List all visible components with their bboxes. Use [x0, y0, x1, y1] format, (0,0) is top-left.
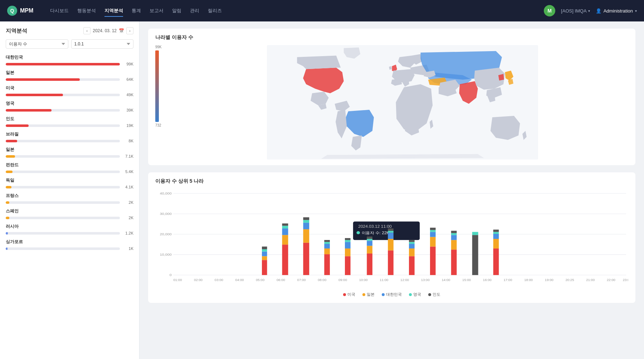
- country-name: 인도: [6, 116, 133, 122]
- bar-track: [6, 186, 120, 188]
- bar-track: [6, 109, 120, 112]
- nav-item-릴리즈[interactable]: 릴리즈: [208, 6, 222, 15]
- svg-text:13:00: 13:00: [421, 279, 430, 282]
- date-next-button[interactable]: ›: [126, 27, 133, 34]
- metric-filter[interactable]: 이용자 수: [6, 39, 68, 49]
- bar-fill: [6, 140, 17, 142]
- org-name: [AOS] IMQA: [561, 8, 587, 14]
- svg-rect-31: [345, 256, 351, 275]
- bar-track: [6, 140, 120, 142]
- world-map-svg: [166, 45, 639, 159]
- bar-value: 49K: [122, 93, 133, 97]
- svg-rect-46: [388, 239, 394, 250]
- nav-item-알림[interactable]: 알림: [172, 6, 181, 15]
- svg-rect-15: [262, 247, 267, 250]
- legend-label: 일본: [367, 292, 375, 297]
- bar-value: 7.1K: [122, 154, 133, 158]
- svg-rect-12: [262, 256, 267, 260]
- svg-text:12:00: 12:00: [400, 279, 409, 282]
- svg-text:10,000: 10,000: [160, 253, 172, 256]
- svg-rect-70: [493, 232, 499, 234]
- svg-rect-21: [303, 243, 309, 275]
- svg-rect-23: [303, 223, 309, 229]
- country-name: 스페인: [6, 208, 133, 214]
- bar-fill: [6, 78, 80, 81]
- sidebar-header: 지역분석 ‹ 2024. 03. 12 📅 ›: [6, 27, 133, 34]
- user-selector[interactable]: 👤 Administration ▾: [596, 8, 637, 14]
- org-selector[interactable]: [AOS] IMQA ▾: [561, 8, 590, 14]
- bar-fill: [6, 109, 52, 112]
- version-filter[interactable]: 1.0.1: [71, 39, 134, 49]
- svg-text:16:00: 16:00: [483, 279, 492, 282]
- svg-rect-66: [472, 232, 478, 235]
- country-item: 독일 4.1K: [6, 177, 133, 189]
- color-scale: [155, 50, 159, 122]
- avatar: M: [544, 5, 555, 16]
- svg-rect-68: [493, 239, 499, 249]
- legend-item: 일본: [362, 292, 375, 297]
- bar-value: 4.1K: [122, 185, 133, 189]
- country-item: 일본 64K: [6, 70, 133, 82]
- svg-rect-29: [324, 242, 330, 244]
- svg-text:22:00: 22:00: [607, 279, 615, 282]
- country-name: 일본: [6, 70, 133, 76]
- svg-rect-26: [324, 254, 330, 275]
- bar-value: 1.2K: [122, 231, 133, 235]
- svg-rect-42: [367, 241, 372, 246]
- legend-dot: [409, 293, 412, 296]
- chart-area: 40,000 30,000 20,000 10,000 0: [155, 189, 628, 289]
- svg-text:17:00: 17:00: [503, 279, 512, 282]
- bar-fill: [6, 247, 8, 250]
- svg-rect-51: [409, 249, 415, 256]
- date-prev-button[interactable]: ‹: [83, 27, 91, 34]
- topnav-right: M [AOS] IMQA ▾ 👤 Administration ▾: [544, 5, 637, 16]
- svg-rect-16: [282, 245, 288, 275]
- svg-rect-40: [367, 254, 372, 275]
- chart-legend: 미국 일본 대한민국 영국 인도: [155, 292, 628, 297]
- org-chevron-icon: ▾: [588, 9, 590, 13]
- user-name: Administration: [604, 8, 633, 14]
- nav-item-통계[interactable]: 통계: [132, 6, 141, 15]
- country-item: 브라질 8K: [6, 131, 133, 143]
- legend-dot: [382, 293, 385, 296]
- country-name: 브라질: [6, 131, 133, 137]
- bar-track: [6, 217, 120, 219]
- nav-item-보고서[interactable]: 보고서: [150, 6, 164, 15]
- legend-label: 대한민국: [386, 292, 402, 297]
- country-name: 프랑스: [6, 193, 133, 199]
- svg-text:30,000: 30,000: [160, 212, 172, 216]
- bar-value: 64K: [122, 77, 133, 82]
- svg-rect-20: [282, 223, 288, 226]
- bar-value: 19K: [122, 123, 133, 128]
- bar-fill: [6, 232, 8, 235]
- svg-text:18:00: 18:00: [524, 279, 533, 282]
- svg-text:07:00: 07:00: [297, 279, 306, 282]
- legend-label: 인도: [433, 292, 440, 297]
- main-layout: 지역분석 ‹ 2024. 03. 12 📅 › 이용자 수 1.0.1 대한민국…: [0, 21, 644, 359]
- bar-fill: [6, 201, 9, 204]
- svg-text:2024.03.12 11:00: 2024.03.12 11:00: [358, 224, 392, 228]
- svg-rect-58: [430, 230, 436, 232]
- svg-text:06:00: 06:00: [277, 279, 285, 282]
- svg-text:19:00: 19:00: [545, 279, 553, 282]
- user-chevron-icon: ▾: [635, 9, 637, 13]
- legend-item: 미국: [343, 292, 355, 297]
- svg-text:20,000: 20,000: [160, 232, 172, 236]
- svg-text:40,000: 40,000: [160, 192, 172, 195]
- nav-item-지역분석[interactable]: 지역분석: [104, 6, 123, 15]
- bar-value: 1K: [122, 246, 133, 251]
- svg-rect-49: [388, 228, 394, 231]
- svg-rect-18: [282, 228, 288, 235]
- nav-item-행동분석[interactable]: 행동분석: [77, 6, 96, 15]
- nav-item-관리[interactable]: 관리: [190, 6, 199, 15]
- country-name: 싱가포르: [6, 239, 133, 245]
- svg-text:01:00: 01:00: [173, 279, 182, 282]
- svg-rect-43: [367, 239, 372, 241]
- svg-text:10:00: 10:00: [359, 279, 368, 282]
- nav-item-다시보드[interactable]: 다시보드: [50, 6, 69, 15]
- svg-rect-59: [430, 228, 436, 230]
- svg-rect-30: [324, 240, 330, 242]
- svg-text:03:00: 03:00: [215, 279, 223, 282]
- legend-item: 대한민국: [382, 292, 402, 297]
- logo: Q MPM: [7, 6, 39, 16]
